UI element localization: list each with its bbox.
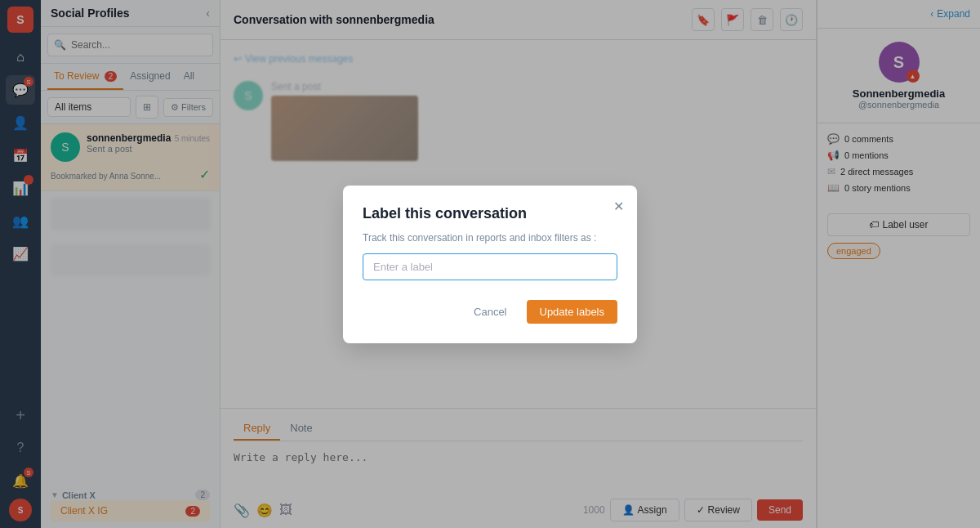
label-input[interactable] [363, 253, 617, 280]
label-conversation-modal: ✕ Label this conversation Track this con… [343, 186, 637, 343]
update-labels-button[interactable]: Update labels [527, 300, 618, 324]
cancel-button[interactable]: Cancel [461, 300, 519, 324]
modal-description: Track this conversation in reports and i… [363, 232, 617, 244]
modal-title: Label this conversation [363, 205, 617, 222]
modal-footer: Cancel Update labels [363, 300, 617, 324]
modal-close-button[interactable]: ✕ [613, 199, 624, 214]
modal-overlay[interactable]: ✕ Label this conversation Track this con… [0, 0, 980, 528]
